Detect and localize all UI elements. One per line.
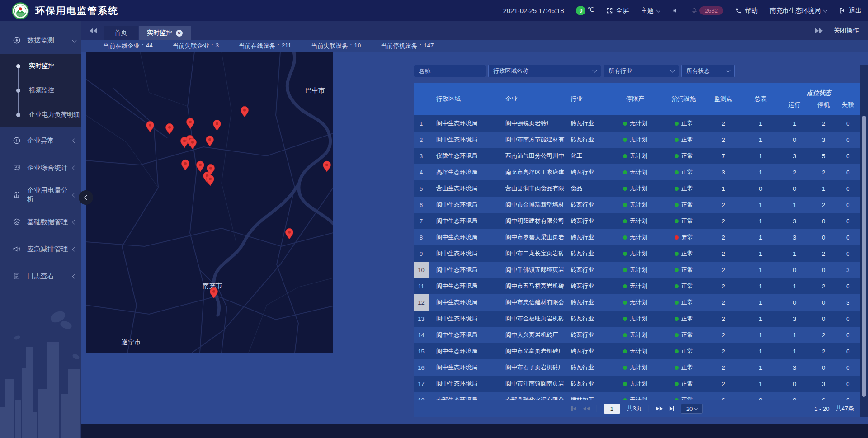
map-marker[interactable]: [187, 118, 194, 129]
table-row[interactable]: 5营山生态环境局营山县润丰肉食品有限食品无计划正常10010: [414, 180, 860, 197]
notifications-button[interactable]: 2632: [691, 6, 723, 15]
table-row[interactable]: 7阆中生态环境局阆中明阳建材有限公司砖瓦行业无计划正常21300: [414, 213, 860, 229]
map-marker[interactable]: [166, 123, 174, 134]
cell-company: 阆中强锐页岩砖厂: [502, 115, 567, 132]
name-search-input[interactable]: [414, 65, 486, 77]
map-marker[interactable]: [206, 136, 214, 146]
table-row[interactable]: 16阆中生态环境局阆中市石子页岩机砖厂砖瓦行业无计划正常21300: [414, 359, 860, 376]
cell-monitor: 2: [703, 311, 744, 327]
table-row[interactable]: 15阆中生态环境局阆中市光富页岩机砖厂砖瓦行业无计划正常21120: [414, 343, 860, 359]
table-row[interactable]: 8阆中生态环境局阆中市枣碧大梁山页岩砖瓦行业无计划异常21300: [414, 229, 860, 245]
map-marker[interactable]: [189, 138, 197, 149]
temperature-unit: ℃: [587, 6, 594, 13]
sidebar-item-2[interactable]: 企业综合统计: [0, 154, 81, 181]
map-marker[interactable]: [146, 121, 154, 132]
table-row[interactable]: 11阆中生态环境局阆中市五马桥页岩机砖砖瓦行业无计划正常21120: [414, 278, 860, 294]
cell-company: 阆中大兴页岩机砖厂: [502, 327, 567, 343]
theme-dropdown[interactable]: 主题: [641, 7, 660, 15]
table-row[interactable]: 1阆中生态环境局阆中强锐页岩砖厂砖瓦行业无计划正常21120: [414, 115, 860, 132]
logout-button[interactable]: 退出: [839, 7, 862, 15]
sidebar-item-4[interactable]: 基础数据管理: [0, 208, 81, 235]
chevron-down-icon: [670, 68, 675, 73]
close-operations-button[interactable]: 关闭操作: [834, 27, 859, 35]
table-row[interactable]: 10阆中生态环境局阆中千佛镇五郎垭页岩砖瓦行业无计划正常21003: [414, 262, 860, 278]
map-marker[interactable]: [323, 161, 331, 172]
cell-run: 3: [778, 229, 811, 245]
table-row[interactable]: 4高坪生态环境局南充市高坪区王家店建砖瓦行业无计划正常31220: [414, 164, 860, 180]
page-size-select[interactable]: 20: [681, 404, 703, 414]
city-label: 遂宁市: [121, 339, 141, 346]
cell-industry: 砖瓦行业: [567, 278, 606, 294]
sidebar-item-6[interactable]: 日志查看: [0, 263, 81, 290]
column-region: 行政区域: [429, 83, 502, 115]
status-dot-icon: [675, 252, 679, 256]
first-page-button[interactable]: [571, 406, 576, 411]
cell-meter: 1: [744, 294, 778, 311]
cell-company: 阆中市金博瑞新型墙材: [502, 197, 567, 213]
cell-region: 阆中生态环境局: [429, 229, 502, 245]
status-dot-icon: [675, 317, 679, 321]
column-pollution: 治污设施: [665, 83, 703, 115]
map-marker[interactable]: [286, 228, 293, 239]
tab-0[interactable]: 首页: [104, 26, 138, 40]
sidebar-item-0[interactable]: 数据监测: [0, 27, 81, 54]
org-dropdown[interactable]: 南充市生态环境局: [770, 7, 827, 15]
table-body: 1阆中生态环境局阆中强锐页岩砖厂砖瓦行业无计划正常211202阆中生态环境局阆中…: [414, 115, 860, 400]
table-row[interactable]: 3仪陇生态环境局西南油气田分公司川中化工无计划正常71350: [414, 148, 860, 164]
last-page-button[interactable]: [670, 406, 675, 411]
cell-run: 1: [778, 278, 811, 294]
table-row[interactable]: 12阆中生态环境局阆中市忠信建材有限公砖瓦行业无计划正常21003: [414, 294, 860, 311]
cell-meter: 1: [744, 132, 778, 148]
cell-meter: 1: [744, 311, 778, 327]
table-row[interactable]: 6阆中生态环境局阆中市金博瑞新型墙材砖瓦行业无计划正常21120: [414, 197, 860, 213]
current-page-input[interactable]: 1: [604, 404, 620, 414]
cell-region: 阆中生态环境局: [429, 132, 502, 148]
status-select[interactable]: 所有状态: [681, 65, 735, 77]
cell-monitor: 2: [703, 327, 744, 343]
table-row[interactable]: 13阆中生态环境局阆中市金福旺页岩机砖砖瓦行业无计划正常21300: [414, 311, 860, 327]
sidebar-subitem-1[interactable]: 视频监控: [0, 78, 81, 103]
tab-close-icon[interactable]: ✕: [176, 30, 183, 37]
cell-restriction: 无计划: [606, 262, 665, 278]
tabs-scroll-left-button[interactable]: [90, 28, 97, 33]
sidebar-subitem-0[interactable]: 实时监控: [0, 54, 81, 78]
fullscreen-button[interactable]: 全屏: [606, 7, 629, 15]
mute-speaker-button[interactable]: [672, 7, 679, 14]
sidebar-subitem-2[interactable]: 企业电力负荷明细: [0, 103, 81, 127]
tab-1[interactable]: 实时监控✕: [139, 26, 191, 40]
status-dot-icon: [623, 382, 627, 386]
status-dot-icon: [675, 333, 679, 337]
map-marker[interactable]: [182, 160, 189, 170]
help-button[interactable]: 帮助: [736, 7, 758, 15]
tabs-scroll-right-button[interactable]: [815, 28, 823, 33]
chevron-left-icon: [84, 195, 89, 200]
region-select[interactable]: 行政区域名称: [488, 65, 601, 77]
prev-page-button[interactable]: [583, 406, 590, 411]
map-panel[interactable]: 巴中市南充市遂宁市: [86, 52, 333, 353]
sidebar-item-3[interactable]: 企业用电量分析: [0, 181, 81, 208]
cell-industry: 砖瓦行业: [567, 132, 606, 148]
table-row[interactable]: 14阆中生态环境局阆中大兴页岩机砖厂砖瓦行业无计划正常21120: [414, 327, 860, 343]
table-scrollbar-thumb[interactable]: [862, 116, 866, 397]
status-dot-icon: [675, 268, 679, 272]
map-marker[interactable]: [197, 161, 204, 172]
map-collapse-handle[interactable]: [79, 190, 93, 205]
sidebar-item-5[interactable]: 应急减排管理: [0, 235, 81, 263]
next-page-button[interactable]: [656, 406, 663, 411]
name-input[interactable]: [419, 68, 481, 75]
sidebar-item-1[interactable]: 企业异常: [0, 127, 81, 154]
cell-run: 0: [778, 180, 811, 197]
table-row[interactable]: 18南部生态环境局南部县瑞华水泥有限公建材加工无计划正常60060: [414, 392, 860, 400]
cell-stop: 2: [811, 115, 835, 132]
map-marker[interactable]: [241, 106, 249, 117]
map-marker[interactable]: [213, 120, 221, 131]
table-row[interactable]: 9阆中生态环境局阆中市二龙长宝页岩砖砖瓦行业无计划正常21120: [414, 245, 860, 262]
table-row[interactable]: 2阆中生态环境局阆中市南方节能建材有砖瓦行业无计划正常21030: [414, 132, 860, 148]
map-marker[interactable]: [207, 175, 214, 186]
industry-select[interactable]: 所有行业: [604, 65, 679, 77]
cell-meter: 1: [744, 197, 778, 213]
map-roads: [86, 52, 333, 353]
double-right-arrow-icon: [815, 28, 819, 33]
table-row[interactable]: 17阆中生态环境局阆中市江南镇阆南页岩砖瓦行业无计划正常21030: [414, 376, 860, 392]
cell-lost: 0: [835, 343, 860, 359]
